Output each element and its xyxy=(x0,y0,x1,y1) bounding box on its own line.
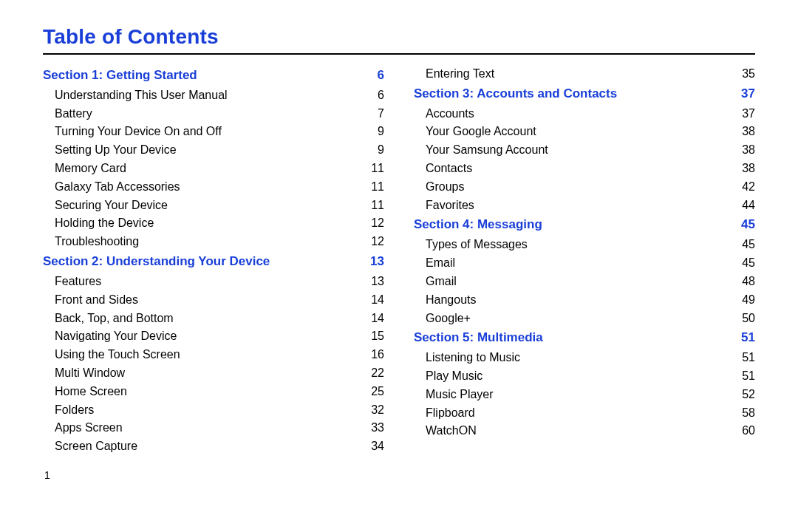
toc-entry[interactable]: Entering Text35 xyxy=(414,65,755,83)
toc-entry[interactable]: Setting Up Your Device9 xyxy=(43,141,384,160)
toc-section-heading[interactable]: Section 1: Getting Started6 xyxy=(43,65,384,86)
toc-entry[interactable]: Google+50 xyxy=(414,310,755,328)
toc-page-ref: 48 xyxy=(742,273,755,291)
toc-entry[interactable]: Features13 xyxy=(43,273,384,291)
toc-entry[interactable]: Gmail48 xyxy=(414,273,755,291)
toc-entry-label: Apps Screen xyxy=(55,419,123,437)
toc-section-heading[interactable]: Section 4: Messaging45 xyxy=(414,214,755,236)
toc-entry[interactable]: Using the Touch Screen16 xyxy=(43,346,384,364)
toc-entry-label: Home Screen xyxy=(55,383,127,401)
toc-entry[interactable]: Battery7 xyxy=(43,105,384,123)
toc-page-ref: 50 xyxy=(742,310,755,328)
toc-entry-label: Memory Card xyxy=(55,160,126,178)
toc-entry-label: Battery xyxy=(55,105,92,123)
toc-entry-label: Entering Text xyxy=(426,65,494,83)
toc-entry[interactable]: Music Player52 xyxy=(414,386,755,404)
toc-entry-label: Your Samsung Account xyxy=(426,141,548,160)
toc-page-ref: 12 xyxy=(371,214,384,233)
toc-entry[interactable]: Accounts37 xyxy=(414,105,755,123)
toc-entry[interactable]: Your Samsung Account38 xyxy=(414,141,755,160)
toc-entry-label: Multi Window xyxy=(55,364,125,383)
toc-entry[interactable]: Memory Card11 xyxy=(43,160,384,178)
toc-entry-label: Groups xyxy=(426,178,464,197)
toc-entry[interactable]: Groups42 xyxy=(414,178,755,197)
toc-page-ref: 7 xyxy=(378,105,384,123)
toc-entry-label: Types of Messages xyxy=(426,236,528,254)
toc-entry[interactable]: Flipboard58 xyxy=(414,404,755,423)
toc-column-right: Entering Text35Section 3: Accounts and C… xyxy=(414,65,755,456)
toc-entry[interactable]: Screen Capture34 xyxy=(43,437,384,456)
toc-entry-label: Turning Your Device On and Off xyxy=(55,123,222,141)
toc-entry[interactable]: Turning Your Device On and Off9 xyxy=(43,123,384,141)
toc-page-ref: 9 xyxy=(378,141,384,160)
toc-entry-label: Navigating Your Device xyxy=(55,327,177,346)
toc-entry[interactable]: Email45 xyxy=(414,254,755,273)
toc-entry-label: Holding the Device xyxy=(55,214,154,233)
toc-entry-label: Securing Your Device xyxy=(55,197,168,215)
toc-entry[interactable]: Galaxy Tab Accessories11 xyxy=(43,178,384,197)
toc-entry-label: Accounts xyxy=(426,105,474,123)
toc-entry-label: Understanding This User Manual xyxy=(55,86,228,105)
toc-entry-label: Music Player xyxy=(426,386,494,404)
toc-page-ref: 15 xyxy=(371,327,384,346)
toc-page-ref: 49 xyxy=(742,291,755,310)
toc-entry-label: Screen Capture xyxy=(55,437,137,456)
toc-page-ref: 33 xyxy=(371,419,384,437)
toc-entry[interactable]: Holding the Device12 xyxy=(43,214,384,233)
toc-entry[interactable]: Back, Top, and Bottom14 xyxy=(43,310,384,328)
toc-page-ref: 16 xyxy=(371,346,384,364)
toc-page-ref: 11 xyxy=(371,197,384,215)
toc-page-ref: 51 xyxy=(742,367,755,386)
toc-entry-label: WatchON xyxy=(426,422,477,440)
toc-page: Table of Contents Section 1: Getting Sta… xyxy=(0,0,798,496)
toc-entry-label: Flipboard xyxy=(426,404,475,423)
toc-entry[interactable]: Navigating Your Device15 xyxy=(43,327,384,346)
toc-entry-label: Using the Touch Screen xyxy=(55,346,180,364)
toc-page-ref: 45 xyxy=(741,214,755,236)
toc-page-ref: 6 xyxy=(378,86,384,105)
toc-entry-label: Your Google Account xyxy=(426,123,536,141)
toc-entry[interactable]: Listening to Music51 xyxy=(414,349,755,367)
toc-entry[interactable]: Troubleshooting12 xyxy=(43,233,384,251)
toc-entry[interactable]: Apps Screen33 xyxy=(43,419,384,437)
page-title: Table of Contents xyxy=(43,25,755,49)
toc-entry[interactable]: Hangouts49 xyxy=(414,291,755,310)
toc-entry[interactable]: WatchON60 xyxy=(414,422,755,440)
toc-page-ref: 12 xyxy=(371,233,384,251)
toc-entry[interactable]: Home Screen25 xyxy=(43,383,384,401)
toc-section-label: Section 1: Getting Started xyxy=(43,65,197,86)
toc-column-left: Section 1: Getting Started6Understanding… xyxy=(43,65,384,456)
toc-page-ref: 51 xyxy=(742,349,755,367)
toc-entry-label: Gmail xyxy=(426,273,457,291)
toc-entry-label: Email xyxy=(426,254,455,273)
toc-page-ref: 25 xyxy=(371,383,384,401)
toc-entry-label: Listening to Music xyxy=(426,349,520,367)
toc-page-ref: 11 xyxy=(371,160,384,178)
toc-entry[interactable]: Folders32 xyxy=(43,401,384,420)
toc-page-ref: 37 xyxy=(742,105,755,123)
toc-entry[interactable]: Favorites44 xyxy=(414,197,755,215)
toc-section-heading[interactable]: Section 3: Accounts and Contacts37 xyxy=(414,83,755,105)
toc-page-ref: 9 xyxy=(378,123,384,141)
toc-page-ref: 60 xyxy=(742,422,755,440)
toc-section-heading[interactable]: Section 5: Multimedia51 xyxy=(414,327,755,349)
toc-page-ref: 11 xyxy=(371,178,384,197)
toc-entry-label: Favorites xyxy=(426,197,474,215)
toc-page-ref: 42 xyxy=(742,178,755,197)
toc-page-ref: 58 xyxy=(742,404,755,423)
toc-page-ref: 13 xyxy=(370,251,384,273)
toc-page-ref: 45 xyxy=(742,236,755,254)
toc-page-ref: 44 xyxy=(742,197,755,215)
toc-entry-label: Play Music xyxy=(426,367,482,386)
toc-section-heading[interactable]: Section 2: Understanding Your Device13 xyxy=(43,251,384,273)
toc-entry[interactable]: Multi Window22 xyxy=(43,364,384,383)
toc-entry[interactable]: Front and Sides14 xyxy=(43,291,384,310)
toc-entry[interactable]: Securing Your Device11 xyxy=(43,197,384,215)
toc-entry[interactable]: Your Google Account38 xyxy=(414,123,755,141)
toc-entry[interactable]: Play Music51 xyxy=(414,367,755,386)
toc-entry[interactable]: Contacts38 xyxy=(414,160,755,178)
toc-entry[interactable]: Understanding This User Manual6 xyxy=(43,86,384,105)
toc-entry[interactable]: Types of Messages45 xyxy=(414,236,755,254)
toc-entry-label: Contacts xyxy=(426,160,472,178)
toc-page-ref: 14 xyxy=(371,291,384,310)
